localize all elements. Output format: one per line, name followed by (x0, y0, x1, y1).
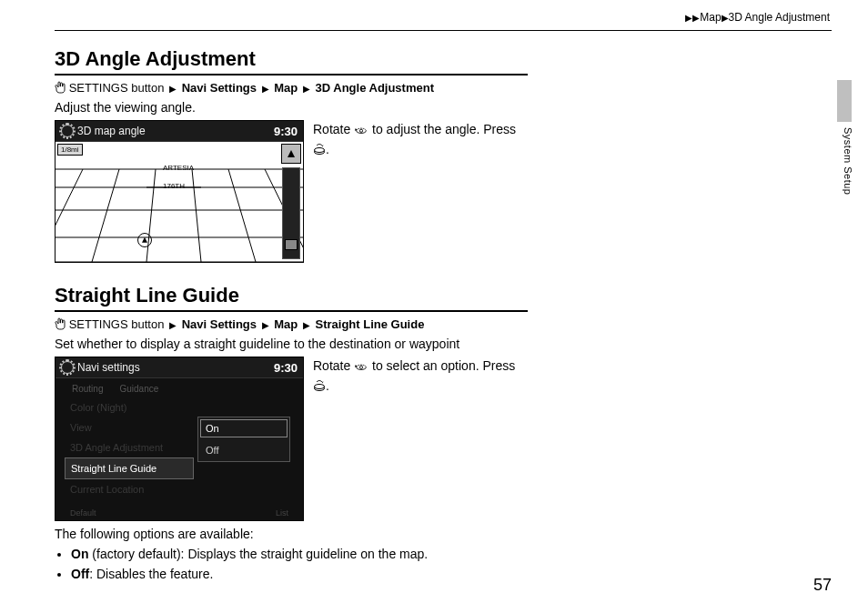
option-label: Off (71, 567, 89, 581)
push-button-icon (313, 142, 326, 160)
device-screenshot-3d-map: 3D map angle 9:30 (55, 120, 304, 263)
instr-text: Rotate (313, 358, 354, 373)
vehicle-cursor-icon (137, 233, 152, 247)
screen-title: 3D map angle (77, 125, 274, 137)
slider-thumb[interactable] (285, 239, 298, 250)
street-label: 176TH (163, 182, 185, 190)
screen-header: Navi settings 9:30 (56, 357, 303, 378)
instr-text: . (326, 378, 329, 393)
nav-path-text: Map (274, 317, 298, 331)
hand-icon (55, 317, 66, 333)
options-list: On (factory default): Displays the strai… (55, 547, 528, 581)
instruction-text: Rotate to adjust the angle. Press . (313, 120, 527, 161)
chevron-right-icon: ▶▶ (685, 13, 700, 23)
options-intro: The following options are available: (55, 527, 528, 541)
screen-clock: 9:30 (274, 361, 303, 375)
svg-line-5 (56, 169, 83, 262)
chevron-right-icon: ▶ (169, 320, 177, 330)
svg-line-8 (192, 169, 201, 262)
option-label: On (71, 547, 88, 561)
gear-icon (61, 125, 74, 137)
svg-point-17 (315, 385, 325, 389)
svg-line-7 (146, 169, 156, 262)
options-popup: On Off (197, 417, 290, 462)
nav-path-text: 3D Angle Adjustment (316, 81, 435, 95)
svg-point-15 (360, 366, 363, 368)
map-grid (56, 142, 303, 262)
screen-title: Navi settings (77, 361, 274, 374)
section-heading: Straight Line Guide (55, 284, 528, 312)
menu-item[interactable]: Color (Night) (65, 397, 194, 417)
footer-default[interactable]: Default (70, 508, 96, 518)
section-straight-line-guide: Straight Line Guide SETTINGS button ▶ Na… (55, 284, 528, 587)
nav-path-text: Map (274, 81, 298, 95)
option-off[interactable]: Off (198, 439, 289, 461)
thumb-tab (837, 80, 852, 122)
device-screenshot-navi-settings: Navi settings 9:30 Routing Guidance Colo… (55, 357, 304, 521)
menu-list: Color (Night) View 3D Angle Adjustment S… (65, 397, 194, 499)
svg-line-9 (228, 169, 256, 262)
menu-item[interactable]: View (65, 417, 194, 437)
option-text: (factory default): Displays the straight… (88, 547, 428, 561)
option-text: : Disables the feature. (89, 567, 213, 581)
screen-clock: 9:30 (274, 125, 303, 138)
manual-page: ▶▶Map▶3D Angle Adjustment System Setup 3… (0, 0, 868, 613)
instr-text: to adjust the angle. Press (372, 122, 516, 136)
chevron-right-icon: ▶ (303, 84, 310, 94)
nav-path-text: SETTINGS button (69, 317, 165, 331)
chevron-right-icon: ▶ (262, 84, 269, 94)
menu-tabs: Routing Guidance (65, 384, 296, 394)
hand-icon (55, 81, 66, 96)
gear-icon (61, 361, 74, 374)
menu-item[interactable]: Current Location (65, 479, 194, 499)
svg-line-6 (92, 169, 119, 262)
instr-text: to select an option. Press (372, 358, 515, 373)
nav-path-text: SETTINGS button (69, 81, 165, 95)
menu-tab[interactable]: Routing (72, 384, 103, 394)
section-heading: 3D Angle Adjustment (55, 47, 528, 75)
street-label: ARTESIA (163, 164, 194, 172)
rotate-dial-icon (354, 358, 368, 377)
menu-footer: Default List (56, 508, 303, 518)
nav-path-text: Navi Settings (182, 81, 257, 95)
nav-path-text: Navi Settings (182, 317, 257, 331)
svg-point-14 (315, 148, 325, 153)
breadcrumb: ▶▶Map▶3D Angle Adjustment (685, 11, 830, 24)
option-item: Off: Disables the feature. (71, 567, 528, 581)
chevron-right-icon: ▶ (262, 320, 269, 330)
menu-tab[interactable]: Guidance (119, 384, 158, 394)
option-item: On (factory default): Displays the strai… (71, 547, 528, 561)
menu-item-selected[interactable]: Straight Line Guide (65, 457, 194, 479)
instr-text: Rotate (313, 122, 354, 136)
rotate-dial-icon (354, 122, 368, 140)
divider (55, 30, 832, 31)
nav-path: SETTINGS button ▶ Navi Settings ▶ Map ▶ … (55, 317, 528, 333)
chevron-right-icon: ▶ (169, 84, 177, 94)
footer-list[interactable]: List (276, 508, 288, 518)
nav-path-text: Straight Line Guide (316, 317, 425, 331)
section-3d-angle: 3D Angle Adjustment SETTINGS button ▶ Na… (55, 47, 528, 263)
breadcrumb-seg: 3D Angle Adjustment (729, 11, 830, 24)
section-side-label: System Setup (843, 127, 853, 195)
breadcrumb-seg: Map (700, 11, 721, 24)
option-on[interactable]: On (198, 417, 289, 439)
push-button-icon (313, 378, 326, 397)
page-number: 57 (813, 576, 832, 595)
angle-slider[interactable] (282, 167, 300, 259)
menu-item[interactable]: 3D Angle Adjustment (65, 437, 194, 457)
instruction-text: Rotate to select an option. Press . (313, 357, 527, 397)
compass-icon (281, 144, 301, 164)
screen-header: 3D map angle 9:30 (56, 121, 303, 142)
svg-point-12 (360, 129, 363, 132)
section-description: Adjust the viewing angle. (55, 100, 528, 115)
chevron-right-icon: ▶ (303, 320, 310, 330)
section-description: Set whether to display a straight guidel… (55, 337, 528, 351)
map-scale: 1/8mi (57, 144, 83, 156)
settings-menu: Routing Guidance Color (Night) View 3D A… (56, 378, 303, 520)
map-3d-preview: 1/8mi ARTESIA 176TH (56, 142, 303, 262)
nav-path: SETTINGS button ▶ Navi Settings ▶ Map ▶ … (55, 81, 528, 96)
chevron-right-icon: ▶ (722, 13, 729, 23)
instr-text: . (326, 142, 329, 156)
